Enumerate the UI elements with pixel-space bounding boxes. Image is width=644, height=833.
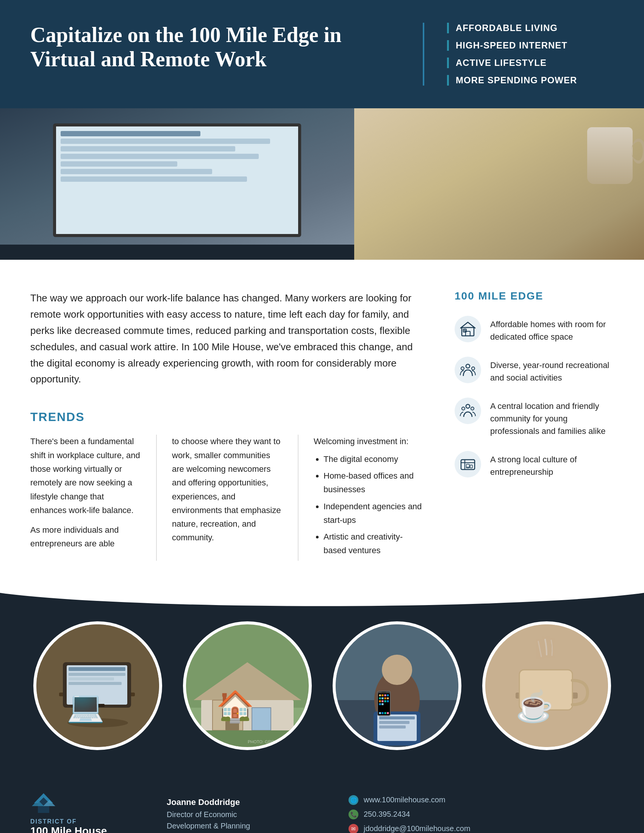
- contact-name: Joanne Doddridge: [167, 798, 318, 807]
- list-item: Artistic and creativity-based ventures: [324, 530, 424, 558]
- tag-spending-power: MORE SPENDING POWER: [447, 75, 614, 85]
- edge-heading: 100 MILE EDGE: [455, 290, 614, 302]
- trends-col3-label: Welcoming investment in:: [314, 435, 424, 448]
- page-header: Capitalize on the 100 Mile Edge in Virtu…: [0, 0, 644, 108]
- footer-logo: DISTRICT OF 100 Mile House: [30, 792, 136, 833]
- svg-rect-33: [252, 708, 271, 730]
- photo-circles-section: PHOTO: GROOTHESPACE: [0, 584, 644, 773]
- svg-point-7: [472, 367, 475, 370]
- footer-link-website: 🌐 www.100milehouse.com: [349, 795, 614, 805]
- tag-affordable-living: AFFORDABLE LIVING: [447, 23, 614, 33]
- svg-rect-21: [69, 667, 126, 671]
- edge-item-0: Affordable homes with room for dedicated…: [455, 316, 614, 343]
- laptop-screen: [53, 124, 301, 237]
- svg-rect-46: [379, 725, 406, 728]
- svg-point-5: [466, 364, 470, 368]
- list-item: Home-based offices and businesses: [324, 469, 424, 497]
- svg-rect-44: [379, 716, 415, 719]
- trends-col2-p1: to choose where they want to work, small…: [172, 435, 283, 545]
- svg-rect-35: [225, 708, 239, 730]
- page-footer: DISTRICT OF 100 Mile House Joanne Doddri…: [0, 773, 644, 833]
- svg-rect-24: [69, 682, 122, 685]
- logo-district-text: DISTRICT OF: [30, 818, 77, 825]
- phone-icon: 📞: [349, 809, 358, 819]
- edge-icon-community: [455, 397, 481, 424]
- phone-number: 250.395.2434: [364, 810, 410, 819]
- trends-columns: There's been a fundamental shift in work…: [30, 435, 424, 560]
- main-right-column: 100 MILE EDGE Affordable homes with room…: [455, 290, 614, 561]
- edge-icon-entrepreneurship: [455, 451, 481, 478]
- photo-house: PHOTO: GROOTHESPACE: [183, 621, 312, 750]
- main-left-column: The way we approach our work-life balanc…: [30, 290, 424, 561]
- edge-item-3: A strong local culture of entrepreneursh…: [455, 451, 614, 478]
- edge-item-2: A central location and friendly communit…: [455, 397, 614, 437]
- contact-title-2: Development & Planning: [167, 820, 318, 831]
- globe-icon: 🌐: [349, 795, 358, 805]
- trends-col1-p2: As more individuals and entrepreneurs ar…: [30, 523, 141, 551]
- email-icon: ✉: [349, 824, 358, 833]
- edge-text-3: A strong local culture of entrepreneursh…: [490, 451, 614, 478]
- tag-high-speed: HIGH-SPEED INTERNET: [447, 40, 614, 51]
- footer-links: 🌐 www.100milehouse.com 📞 250.395.2434 ✉ …: [349, 795, 614, 833]
- edge-icon-recreation: [455, 357, 481, 383]
- svg-point-9: [462, 407, 465, 410]
- svg-point-6: [461, 367, 464, 370]
- svg-rect-25: [89, 704, 105, 707]
- website-url: www.100milehouse.com: [364, 796, 446, 804]
- header-tags-area: AFFORDABLE LIVING HIGH-SPEED INTERNET AC…: [424, 23, 614, 85]
- edge-text-0: Affordable homes with room for dedicated…: [490, 316, 614, 343]
- svg-point-36: [225, 718, 228, 721]
- svg-rect-22: [69, 673, 126, 676]
- page-title: Capitalize on the 100 Mile Edge in Virtu…: [30, 23, 400, 72]
- email-address: jdoddridge@100milehouse.com: [364, 824, 470, 833]
- list-item: Independent agencies and start-ups: [324, 500, 424, 527]
- svg-point-26: [68, 718, 128, 727]
- footer-link-phone: 📞 250.395.2434: [349, 809, 614, 819]
- contact-title-1: Director of Economic: [167, 809, 318, 820]
- trends-section: TRENDS There's been a fundamental shift …: [30, 410, 424, 560]
- svg-rect-49: [519, 670, 572, 710]
- photo-desk: [33, 621, 162, 750]
- trends-col-2: to choose where they want to work, small…: [172, 435, 298, 560]
- hero-right-visual: [354, 108, 644, 260]
- edge-icon-house: [455, 316, 481, 342]
- trends-investment-list: The digital economy Home-based offices a…: [314, 452, 424, 558]
- photo-person: [333, 621, 461, 750]
- svg-rect-37: [186, 730, 309, 747]
- hero-laptop-visual: [0, 108, 354, 260]
- trends-heading: TRENDS: [30, 410, 424, 424]
- hero-image: [0, 108, 644, 260]
- footer-contact-info: Joanne Doddridge Director of Economic De…: [167, 798, 318, 831]
- list-item: The digital economy: [324, 452, 424, 466]
- hero-mug-visual: [587, 127, 633, 184]
- photo-mug: [482, 621, 611, 750]
- svg-point-10: [471, 407, 474, 410]
- intro-paragraph: The way we approach our work-life balanc…: [30, 290, 424, 388]
- edge-text-1: Diverse, year-round recreational and soc…: [490, 357, 614, 384]
- svg-rect-15: [470, 465, 472, 468]
- photo-credit: PHOTO: GROOTHESPACE: [247, 740, 299, 744]
- edge-text-2: A central location and friendly communit…: [490, 397, 614, 437]
- trends-col1-p1: There's been a fundamental shift in work…: [30, 435, 141, 517]
- header-title-area: Capitalize on the 100 Mile Edge in Virtu…: [30, 23, 424, 85]
- svg-rect-45: [379, 721, 409, 724]
- main-content: The way we approach our work-life balanc…: [0, 260, 644, 584]
- tag-active-lifestyle: ACTIVE LIFESTYLE: [447, 58, 614, 68]
- svg-rect-23: [69, 677, 114, 680]
- trends-col-1: There's been a fundamental shift in work…: [30, 435, 157, 560]
- trends-col-3: Welcoming investment in: The digital eco…: [314, 435, 424, 560]
- logo-name-text: 100 Mile House: [30, 825, 107, 833]
- district-logo-icon: [30, 792, 57, 814]
- edge-item-1: Diverse, year-round recreational and soc…: [455, 357, 614, 384]
- svg-point-8: [466, 404, 470, 408]
- footer-link-email: ✉ jdoddridge@100milehouse.com: [349, 824, 614, 833]
- svg-point-41: [382, 654, 412, 685]
